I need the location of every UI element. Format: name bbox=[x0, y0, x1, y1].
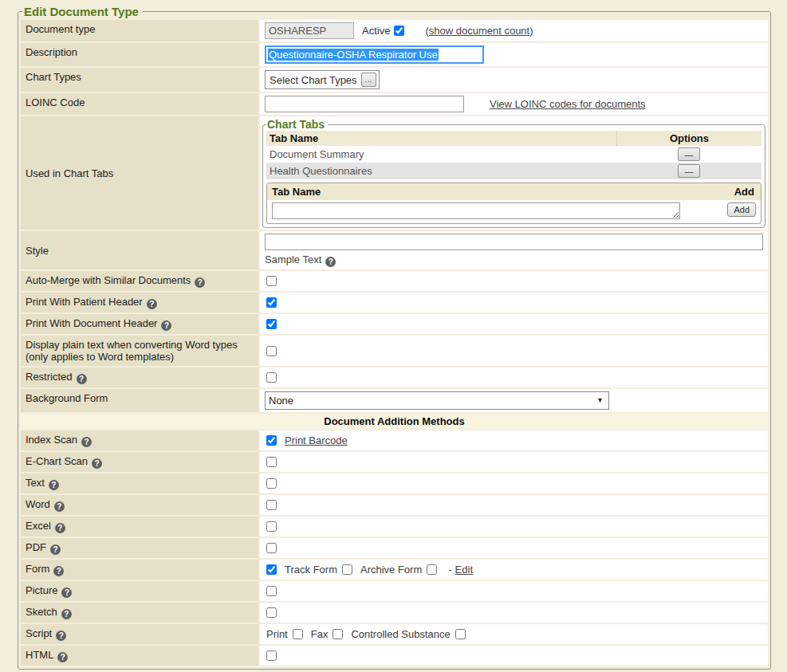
description-label: Description bbox=[21, 43, 258, 66]
help-icon[interactable]: ? bbox=[161, 320, 171, 331]
index-scan-checkbox[interactable] bbox=[266, 435, 277, 446]
help-icon[interactable]: ? bbox=[147, 299, 157, 309]
loinc-input[interactable] bbox=[265, 96, 464, 112]
remove-tab-button[interactable]: — bbox=[678, 147, 700, 161]
sketch-checkbox[interactable] bbox=[266, 607, 277, 618]
help-icon[interactable]: ? bbox=[54, 501, 65, 512]
restricted-cell bbox=[260, 367, 768, 387]
excel-checkbox[interactable] bbox=[266, 521, 277, 532]
text-checkbox[interactable] bbox=[266, 478, 277, 489]
help-icon[interactable]: ? bbox=[61, 609, 72, 619]
html-cell bbox=[260, 646, 768, 666]
word-checkbox[interactable] bbox=[266, 500, 277, 510]
restricted-label: Restricted? bbox=[21, 367, 258, 387]
display-plain-text-checkbox[interactable] bbox=[266, 346, 277, 356]
print-patient-header-label-text: Print With Patient Header bbox=[26, 296, 143, 308]
table-row: Document Summary — bbox=[266, 146, 761, 163]
help-icon[interactable]: ? bbox=[50, 544, 61, 555]
restricted-checkbox[interactable] bbox=[266, 372, 277, 383]
print-patient-header-label: Print With Patient Header? bbox=[21, 293, 258, 312]
print-patient-header-checkbox[interactable] bbox=[266, 297, 277, 308]
form-checkbox[interactable] bbox=[266, 564, 277, 575]
print-document-header-checkbox[interactable] bbox=[266, 319, 277, 329]
description-input[interactable]: Questionnaire-OSHA Respirator Use bbox=[265, 45, 484, 64]
sample-text: Sample Text bbox=[265, 253, 321, 265]
row-style: Style Sample Text? bbox=[21, 231, 768, 269]
row-script: Script? Print Fax Controlled Substance bbox=[21, 624, 768, 644]
html-checkbox[interactable] bbox=[266, 650, 277, 661]
view-loinc-codes-link[interactable]: View LOINC codes for documents bbox=[490, 98, 646, 110]
options-column-header: Options bbox=[616, 131, 761, 146]
help-icon[interactable]: ? bbox=[77, 374, 87, 384]
auto-merge-checkbox[interactable] bbox=[266, 276, 277, 286]
row-display-plain-text: Display plain text when converting Word … bbox=[21, 336, 768, 366]
add-tab-body: Add bbox=[267, 200, 761, 219]
text-label: Text? bbox=[21, 474, 258, 493]
help-icon[interactable]: ? bbox=[81, 437, 92, 447]
row-text: Text? bbox=[21, 474, 768, 493]
script-print-checkbox[interactable] bbox=[293, 629, 303, 639]
echart-scan-checkbox[interactable] bbox=[266, 457, 277, 467]
help-icon[interactable]: ? bbox=[55, 523, 65, 533]
chart-tabs-table-header: Tab Name Options bbox=[266, 131, 761, 146]
echart-scan-cell bbox=[260, 452, 768, 472]
word-label: Word? bbox=[21, 495, 258, 515]
index-scan-label: Index Scan? bbox=[21, 430, 258, 450]
help-icon[interactable]: ? bbox=[57, 652, 68, 662]
loinc-label: LOINC Code bbox=[21, 93, 258, 115]
used-in-chart-tabs-cell: Chart Tabs Tab Name Options Document Sum… bbox=[260, 116, 768, 230]
chart-types-picker[interactable]: Select Chart Types ... bbox=[265, 70, 380, 89]
help-icon[interactable]: ? bbox=[53, 566, 64, 576]
new-tab-name-input[interactable] bbox=[272, 202, 680, 219]
print-document-header-label-text: Print With Document Header bbox=[26, 317, 157, 329]
tab-options-cell: — bbox=[616, 147, 761, 162]
add-tab-button[interactable]: Add bbox=[727, 202, 756, 217]
controlled-substance-checkbox[interactable] bbox=[455, 629, 466, 639]
loinc-cell: View LOINC codes for documents bbox=[260, 93, 768, 115]
archive-form-checkbox[interactable] bbox=[427, 564, 437, 575]
show-document-count-link[interactable]: (show document count) bbox=[425, 25, 533, 37]
pdf-label-text: PDF bbox=[26, 541, 46, 553]
background-form-select[interactable]: None bbox=[265, 391, 609, 410]
script-fax-checkbox[interactable] bbox=[333, 629, 343, 639]
active-checkbox[interactable] bbox=[394, 26, 404, 36]
display-plain-text-cell bbox=[260, 336, 768, 366]
track-form-checkbox[interactable] bbox=[342, 564, 352, 575]
form-dash: - bbox=[448, 564, 451, 576]
chart-types-browse-button[interactable]: ... bbox=[361, 73, 376, 87]
row-chart-types: Chart Types Select Chart Types ... bbox=[21, 68, 768, 92]
background-form-select-wrap: None ▼ bbox=[265, 391, 609, 410]
pdf-checkbox[interactable] bbox=[266, 543, 277, 553]
html-label: HTML? bbox=[21, 646, 258, 666]
form-cell: Track Form Archive Form - Edit bbox=[260, 560, 768, 580]
script-label-text: Script bbox=[26, 627, 52, 639]
help-icon[interactable]: ? bbox=[195, 277, 205, 288]
remove-tab-button[interactable]: — bbox=[678, 164, 700, 178]
picture-cell bbox=[260, 581, 768, 601]
table-row: Health Questionnaires — bbox=[266, 163, 761, 179]
help-icon[interactable]: ? bbox=[92, 458, 102, 469]
row-print-patient-header: Print With Patient Header? bbox=[21, 293, 768, 312]
help-icon[interactable]: ? bbox=[61, 588, 72, 598]
style-input[interactable] bbox=[265, 234, 763, 250]
text-cell bbox=[260, 474, 768, 493]
background-form-cell: None ▼ bbox=[260, 389, 768, 412]
row-pdf: PDF? bbox=[21, 538, 768, 558]
row-auto-merge: Auto-Merge with Similar Documents? bbox=[21, 271, 768, 291]
auto-merge-cell bbox=[260, 271, 768, 291]
help-icon[interactable]: ? bbox=[49, 480, 59, 490]
help-icon[interactable]: ? bbox=[325, 257, 336, 267]
used-in-chart-tabs-label: Used in Chart Tabs bbox=[21, 116, 258, 230]
tab-name-cell: Document Summary bbox=[266, 146, 616, 163]
chart-types-picker-label: Select Chart Types bbox=[270, 74, 357, 86]
document-type-label: Document type bbox=[21, 20, 258, 41]
pdf-label: PDF? bbox=[21, 538, 258, 558]
sketch-label-text: Sketch bbox=[26, 606, 57, 618]
picture-checkbox[interactable] bbox=[266, 586, 277, 596]
script-fax-label: Fax bbox=[311, 628, 329, 640]
edit-form-link[interactable]: Edit bbox=[455, 564, 473, 576]
print-barcode-link[interactable]: Print Barcode bbox=[285, 434, 348, 446]
help-icon[interactable]: ? bbox=[56, 631, 66, 641]
print-document-header-cell bbox=[260, 314, 768, 334]
echart-scan-label-text: E-Chart Scan bbox=[26, 455, 88, 467]
